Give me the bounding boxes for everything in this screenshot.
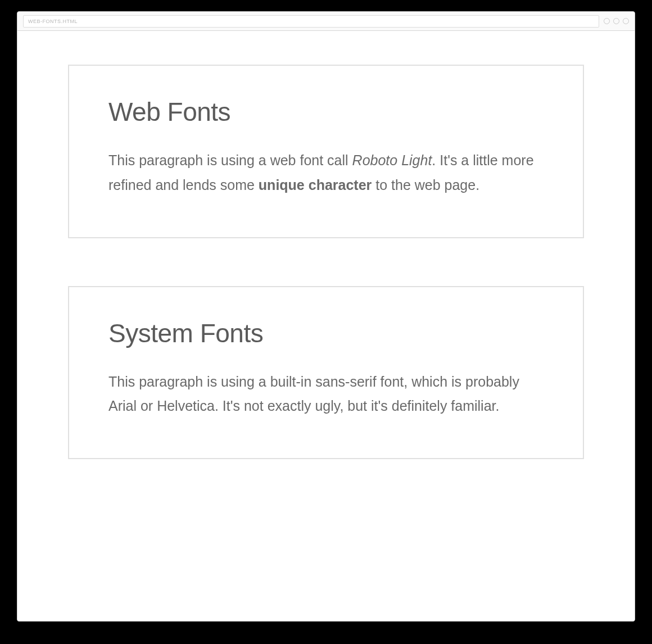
minimize-icon[interactable] bbox=[604, 18, 610, 24]
address-text: WEB-FONTS.HTML bbox=[28, 19, 78, 24]
bold-emphasis: unique character bbox=[259, 177, 372, 193]
web-fonts-heading: Web Fonts bbox=[108, 97, 544, 127]
system-fonts-paragraph: This paragraph is using a built-in sans-… bbox=[108, 370, 544, 419]
italic-font-name: Roboto Light bbox=[352, 152, 432, 168]
system-fonts-heading: System Fonts bbox=[108, 318, 544, 348]
close-icon[interactable] bbox=[623, 18, 629, 24]
address-bar[interactable]: WEB-FONTS.HTML bbox=[23, 15, 599, 28]
paragraph-text: to the web page. bbox=[372, 177, 479, 193]
window-controls bbox=[604, 18, 629, 24]
web-fonts-card: Web Fonts This paragraph is using a web … bbox=[68, 65, 584, 238]
maximize-icon[interactable] bbox=[613, 18, 619, 24]
browser-content: Web Fonts This paragraph is using a web … bbox=[17, 31, 635, 621]
system-fonts-card: System Fonts This paragraph is using a b… bbox=[68, 286, 584, 460]
paragraph-text: This paragraph is using a web font call bbox=[108, 152, 352, 168]
browser-window: WEB-FONTS.HTML Web Fonts This paragraph … bbox=[17, 11, 635, 622]
web-fonts-paragraph: This paragraph is using a web font call … bbox=[108, 148, 544, 198]
browser-titlebar: WEB-FONTS.HTML bbox=[17, 12, 635, 31]
